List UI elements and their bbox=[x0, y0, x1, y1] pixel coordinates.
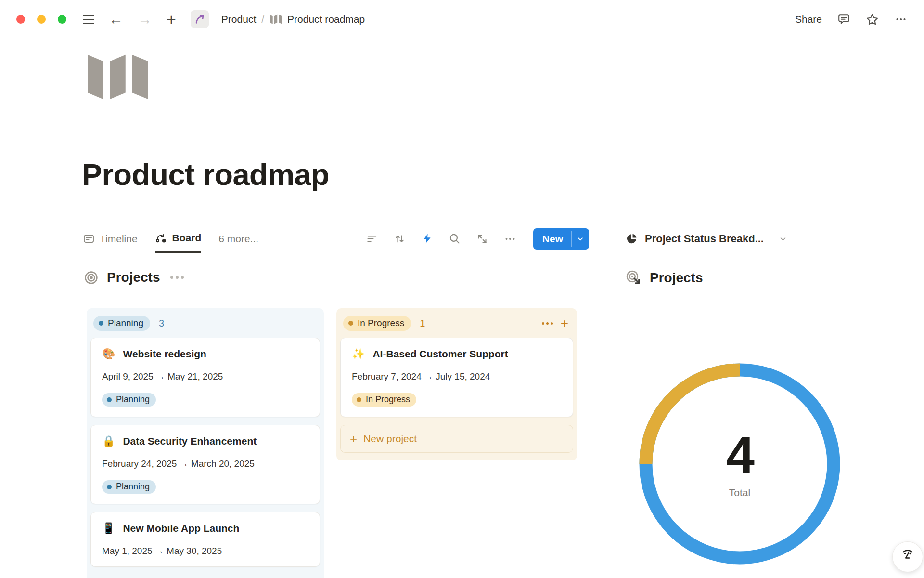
card-data-security[interactable]: 🔒 Data Security Enhancement February 24,… bbox=[90, 425, 320, 504]
tab-timeline-label: Timeline bbox=[100, 233, 138, 245]
plus-icon: + bbox=[350, 433, 357, 445]
card-date-range: February 24, 2025 → March 20, 2025 bbox=[102, 459, 308, 469]
card-title: Website redesign bbox=[123, 348, 206, 360]
share-button[interactable]: Share bbox=[795, 13, 822, 25]
card-status-label: In Progress bbox=[366, 394, 410, 405]
card-title: New Mobile App Launch bbox=[123, 523, 239, 534]
expand-icon[interactable] bbox=[476, 233, 488, 245]
tab-more-label: 6 more... bbox=[218, 233, 258, 245]
new-button-caret[interactable] bbox=[572, 228, 589, 250]
card-mobile-app[interactable]: 📱 New Mobile App Launch May 1, 2025 → Ma… bbox=[90, 512, 320, 567]
board-heading-label[interactable]: Projects bbox=[107, 270, 160, 285]
breadcrumb-current[interactable]: Product roadmap bbox=[287, 13, 365, 25]
lock-emoji-icon: 🔒 bbox=[102, 436, 115, 447]
tab-board-label: Board bbox=[172, 232, 202, 244]
palette-emoji-icon: 🎨 bbox=[102, 349, 115, 359]
sort-icon[interactable] bbox=[394, 233, 406, 245]
column-in-progress-count: 1 bbox=[420, 318, 425, 329]
status-dot bbox=[357, 397, 361, 402]
column-options-icon[interactable] bbox=[542, 322, 553, 325]
new-tab-icon[interactable]: + bbox=[167, 11, 176, 27]
pie-chart-icon bbox=[626, 233, 638, 245]
chevron-down-icon bbox=[577, 235, 584, 243]
timeline-view-icon bbox=[83, 233, 95, 245]
chart-panel-tab[interactable]: Project Status Breakd... bbox=[626, 224, 857, 253]
map-page-icon-small bbox=[270, 14, 282, 25]
status-dot bbox=[99, 321, 103, 326]
new-button-label[interactable]: New bbox=[533, 228, 571, 250]
column-planning-label: Planning bbox=[108, 318, 143, 328]
comments-icon[interactable] bbox=[837, 13, 850, 26]
sidebar-menu-icon[interactable] bbox=[83, 15, 94, 24]
column-planning: Planning 3 🎨 Website redesign April 9, 2… bbox=[87, 308, 324, 578]
target-icon bbox=[84, 270, 99, 285]
view-toolbar: New bbox=[366, 228, 589, 250]
page-icon-map[interactable] bbox=[88, 54, 148, 102]
forward-arrow-icon[interactable]: → bbox=[138, 12, 152, 26]
app-window: ← → + Product / Product roadmap bbox=[0, 0, 924, 578]
chart-panel-title: Project Status Breakd... bbox=[645, 233, 764, 245]
more-options-icon[interactable] bbox=[894, 13, 908, 25]
card-date-range: May 1, 2025 → May 30, 2025 bbox=[102, 546, 308, 556]
status-dot bbox=[348, 321, 353, 326]
chevron-down-icon[interactable] bbox=[779, 235, 787, 243]
new-button[interactable]: New bbox=[533, 228, 589, 250]
column-in-progress-header: In Progress 1 + bbox=[340, 312, 573, 338]
purple-dart-icon bbox=[194, 13, 205, 25]
filter-icon[interactable] bbox=[366, 233, 378, 245]
card-ai-support[interactable]: ✨ AI-Based Customer Support February 7, … bbox=[340, 338, 573, 417]
column-in-progress-label: In Progress bbox=[358, 318, 404, 328]
minimize-window-button[interactable] bbox=[37, 15, 46, 24]
column-planning-count: 3 bbox=[159, 318, 164, 329]
status-donut-chart: 4 Total bbox=[633, 357, 846, 570]
new-project-button[interactable]: + New project bbox=[340, 425, 573, 453]
workspace-template-icon[interactable] bbox=[191, 10, 209, 28]
card-title: Data Security Enhancement bbox=[123, 435, 257, 447]
chart-source-heading: Projects bbox=[626, 270, 703, 286]
card-title: AI-Based Customer Support bbox=[372, 348, 508, 360]
board-columns: Planning 3 🎨 Website redesign April 9, 2… bbox=[87, 308, 577, 578]
tab-board[interactable]: Board bbox=[155, 224, 202, 253]
back-arrow-icon[interactable]: ← bbox=[109, 12, 123, 26]
column-add-icon[interactable]: + bbox=[561, 317, 568, 330]
window-toolbar: ← → + Product / Product roadmap bbox=[0, 0, 924, 39]
status-dot bbox=[107, 397, 112, 402]
card-status-tag: Planning bbox=[102, 393, 156, 407]
breadcrumb-root[interactable]: Product bbox=[221, 13, 256, 25]
column-in-progress-tag[interactable]: In Progress bbox=[343, 316, 411, 331]
favorite-star-icon[interactable] bbox=[866, 13, 879, 26]
card-website-redesign[interactable]: 🎨 Website redesign April 9, 2025 → May 2… bbox=[90, 338, 320, 417]
tab-more-views[interactable]: 6 more... bbox=[218, 224, 258, 253]
column-planning-tag[interactable]: Planning bbox=[93, 316, 150, 331]
column-planning-header: Planning 3 bbox=[90, 312, 320, 338]
mobile-phone-emoji-icon: 📱 bbox=[102, 523, 115, 534]
view-options-icon[interactable] bbox=[504, 233, 516, 245]
board-view-icon bbox=[155, 232, 167, 244]
status-dot bbox=[107, 485, 112, 489]
automation-lightning-icon[interactable] bbox=[422, 233, 433, 245]
donut-total-label: Total bbox=[729, 487, 750, 499]
close-window-button[interactable] bbox=[16, 15, 25, 24]
page-title[interactable]: Product roadmap bbox=[82, 157, 329, 192]
card-status-tag: Planning bbox=[102, 480, 156, 494]
card-status-label: Planning bbox=[116, 482, 150, 492]
donut-total-value: 4 bbox=[726, 429, 753, 480]
ai-face-icon bbox=[900, 549, 915, 565]
card-date-range: February 7, 2024 → July 15, 2024 bbox=[352, 371, 562, 382]
view-tab-bar: Timeline Board 6 more... bbox=[83, 224, 589, 253]
traffic-lights bbox=[16, 15, 66, 24]
column-in-progress: In Progress 1 + ✨ AI-Based Customer Supp… bbox=[336, 308, 577, 460]
chart-heading-label[interactable]: Projects bbox=[650, 270, 703, 286]
search-icon[interactable] bbox=[449, 233, 461, 245]
sparkles-emoji-icon: ✨ bbox=[352, 349, 365, 359]
card-status-tag: In Progress bbox=[352, 393, 416, 407]
tab-timeline[interactable]: Timeline bbox=[83, 224, 138, 253]
donut-center: 4 Total bbox=[633, 357, 846, 570]
zoom-window-button[interactable] bbox=[58, 15, 66, 24]
notion-ai-button[interactable] bbox=[892, 541, 923, 572]
breadcrumb-separator: / bbox=[261, 13, 264, 25]
breadcrumb: Product / Product roadmap bbox=[221, 13, 365, 25]
board-source-heading: Projects bbox=[84, 270, 184, 285]
linked-target-icon bbox=[626, 270, 642, 286]
board-heading-options-icon[interactable] bbox=[170, 276, 184, 279]
